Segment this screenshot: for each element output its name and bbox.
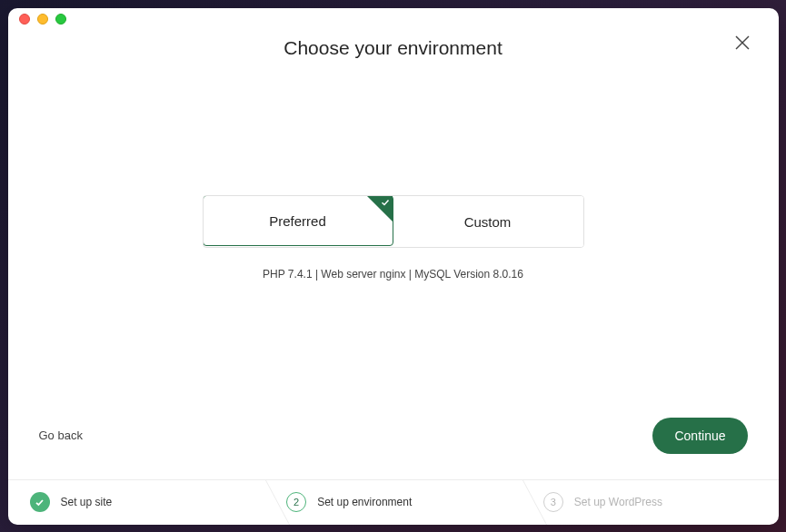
content: Preferred Custom PHP 7.4.1 | Web server … xyxy=(8,59,779,418)
titlebar xyxy=(8,8,779,30)
environment-detail: PHP 7.4.1 | Web server nginx | MySQL Ver… xyxy=(263,268,523,281)
step-1: Set up site xyxy=(8,480,265,525)
step-2: 2 Set up environment xyxy=(264,480,522,525)
app-window: Choose your environment Preferred Custom… xyxy=(8,8,779,525)
step-1-circle xyxy=(30,492,50,512)
check-icon xyxy=(381,198,390,209)
option-preferred-label: Preferred xyxy=(269,213,326,229)
page-title: Choose your environment xyxy=(8,37,779,59)
option-custom[interactable]: Custom xyxy=(393,196,583,247)
environment-options: Preferred Custom xyxy=(203,195,584,248)
option-custom-label: Custom xyxy=(464,214,512,230)
checkmark-icon xyxy=(35,498,45,507)
header: Choose your environment xyxy=(8,30,779,59)
step-3: 3 Set up WordPress xyxy=(522,480,779,525)
step-1-label: Set up site xyxy=(61,496,113,508)
window-minimize-button[interactable] xyxy=(37,14,48,25)
step-3-circle: 3 xyxy=(543,492,563,512)
step-2-label: Set up environment xyxy=(317,496,412,508)
step-3-label: Set up WordPress xyxy=(574,496,662,508)
footer: Go back Continue xyxy=(8,418,779,479)
continue-button[interactable]: Continue xyxy=(652,418,747,454)
option-preferred[interactable]: Preferred xyxy=(203,195,393,246)
step-2-circle: 2 xyxy=(286,492,306,512)
steps-bar: Set up site 2 Set up environment 3 Set u… xyxy=(8,479,779,525)
window-close-button[interactable] xyxy=(19,14,30,25)
go-back-link[interactable]: Go back xyxy=(39,429,83,442)
window-zoom-button[interactable] xyxy=(55,14,66,25)
close-icon[interactable] xyxy=(733,34,751,55)
